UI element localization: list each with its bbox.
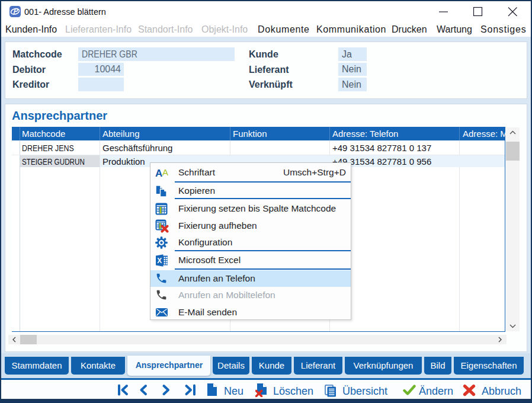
svg-text:A: A bbox=[162, 167, 168, 177]
svg-text:X: X bbox=[157, 257, 162, 265]
svg-text:A: A bbox=[155, 168, 162, 177]
